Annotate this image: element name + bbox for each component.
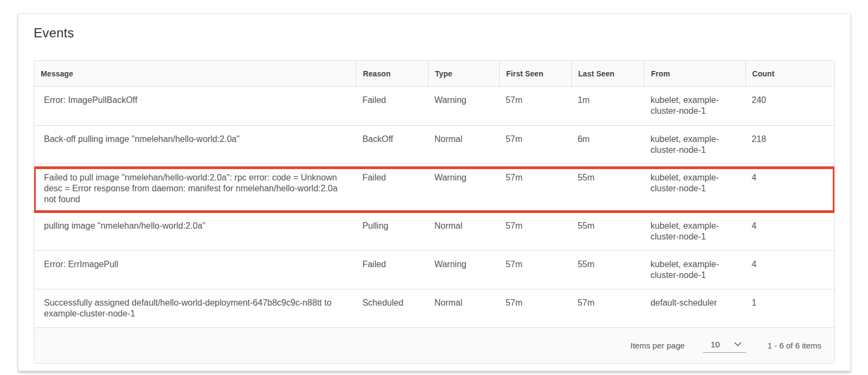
cell-message: pulling image "nmelehan/hello-world:2.0a… — [34, 212, 356, 238]
cell-count: 4 — [745, 251, 834, 277]
cell-from: kubelet, example-cluster-node-1 — [644, 212, 745, 249]
cell-reason: Scheduled — [356, 289, 428, 315]
cell-last-seen: 1m — [571, 87, 644, 113]
column-header-type: Type — [428, 61, 499, 86]
column-header-count: Count — [745, 61, 834, 86]
events-table: Message Reason Type First Seen Last Seen… — [34, 60, 835, 364]
cell-from: kubelet, example-cluster-node-1 — [644, 251, 745, 288]
cell-type: Normal — [428, 126, 499, 152]
cell-message: Error: ImagePullBackOff — [34, 87, 356, 113]
page-size-value: 10 — [711, 340, 720, 349]
cell-count: 4 — [745, 212, 834, 238]
cell-reason: Failed — [356, 251, 428, 277]
cell-type: Warning — [428, 87, 499, 113]
table-row: Successfully assigned default/hello-worl… — [34, 289, 834, 327]
cell-count: 4 — [745, 164, 834, 190]
items-per-page-select[interactable]: 10 — [703, 339, 746, 353]
pagination-range: 1 - 6 of 6 items — [768, 341, 821, 350]
cell-first-seen: 57m — [499, 289, 571, 315]
column-header-message: Message — [34, 61, 356, 86]
cell-type: Warning — [428, 251, 499, 277]
cell-last-seen: 55m — [571, 212, 644, 238]
column-header-from: From — [644, 61, 745, 86]
cell-first-seen: 57m — [499, 164, 571, 190]
cell-last-seen: 55m — [571, 251, 644, 277]
cell-reason: BackOff — [356, 126, 428, 152]
column-header-reason: Reason — [356, 61, 428, 86]
items-per-page-label: Items per page — [630, 341, 685, 350]
cell-from: kubelet, example-cluster-node-1 — [644, 87, 745, 124]
cell-last-seen: 57m — [571, 289, 644, 315]
cell-message: Back-off pulling image "nmelehan/hello-w… — [34, 126, 356, 152]
cell-reason: Failed — [356, 87, 428, 113]
cell-first-seen: 57m — [499, 212, 571, 238]
cell-last-seen: 55m — [571, 164, 644, 190]
events-card: Events Message Reason Type First Seen La… — [18, 13, 851, 371]
cell-type: Warning — [428, 164, 499, 190]
cell-reason: Failed — [356, 164, 428, 190]
cell-message: Failed to pull image "nmelehan/hello-wor… — [34, 164, 356, 212]
table-row: pulling image "nmelehan/hello-world:2.0a… — [34, 212, 834, 250]
column-header-first-seen: First Seen — [499, 61, 571, 86]
cell-from: kubelet, example-cluster-node-1 — [644, 164, 745, 201]
cell-count: 240 — [745, 87, 834, 113]
table-row: Error: ErrImagePull Failed Warning 57m 5… — [34, 250, 834, 289]
table-row: Error: ImagePullBackOff Failed Warning 5… — [34, 87, 834, 125]
table-footer: Items per page 10 1 - 6 of 6 items — [34, 327, 834, 363]
cell-first-seen: 57m — [499, 126, 571, 152]
column-header-last-seen: Last Seen — [571, 61, 644, 86]
cell-first-seen: 57m — [499, 87, 571, 113]
cell-reason: Pulling — [356, 212, 428, 238]
cell-message: Successfully assigned default/hello-worl… — [34, 289, 356, 326]
cell-first-seen: 57m — [499, 251, 571, 277]
table-row: Failed to pull image "nmelehan/hello-wor… — [34, 164, 834, 212]
cell-count: 218 — [745, 126, 834, 152]
table-header-row: Message Reason Type First Seen Last Seen… — [34, 61, 834, 87]
cell-type: Normal — [428, 212, 499, 238]
cell-count: 1 — [745, 289, 834, 315]
chevron-down-icon — [734, 342, 742, 347]
cell-from: default-scheduler — [644, 289, 745, 315]
page-title: Events — [34, 25, 835, 41]
cell-message: Error: ErrImagePull — [34, 251, 356, 277]
cell-type: Normal — [428, 289, 499, 315]
cell-from: kubelet, example-cluster-node-1 — [644, 126, 745, 163]
cell-last-seen: 6m — [571, 126, 644, 152]
table-row: Back-off pulling image "nmelehan/hello-w… — [34, 125, 834, 164]
